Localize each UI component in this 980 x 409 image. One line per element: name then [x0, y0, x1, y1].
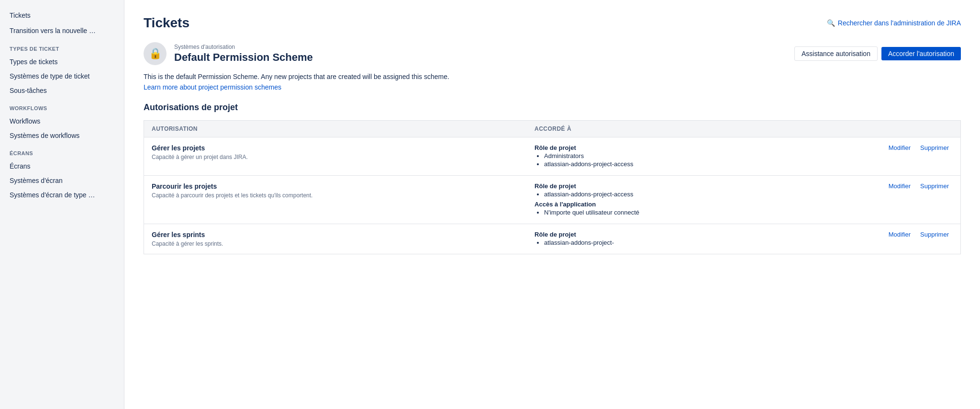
search-admin-label: Rechercher dans l'administration de JIRA	[838, 19, 961, 27]
sidebar-item-tickets[interactable]: Tickets	[0, 8, 124, 23]
supprimer-link[interactable]: Supprimer	[920, 231, 949, 238]
table-row: Parcourir les projetsCapacité à parcouri…	[144, 176, 961, 224]
sidebar-item-types-de-tickets[interactable]: Types de tickets	[0, 55, 124, 69]
granted-label: Rôle de projet	[535, 182, 780, 190]
perm-actions-cell: ModifierSupprimer	[788, 224, 961, 254]
modifier-link[interactable]: Modifier	[889, 231, 911, 238]
granted-list: N'importe quel utilisateur connecté	[535, 209, 780, 216]
sidebar-item-systemes-decran-de-type[interactable]: Systèmes d'écran de type …	[0, 188, 124, 202]
perm-desc: Capacité à parcourir des projets et les …	[152, 192, 519, 199]
description-block: This is the default Permission Scheme. A…	[144, 73, 961, 91]
search-admin-link[interactable]: 🔍 Rechercher dans l'administration de JI…	[827, 19, 961, 27]
scheme-info: Systèmes d'autorisation Default Permissi…	[174, 44, 313, 64]
sidebar-item-workflows[interactable]: Workflows	[0, 114, 124, 128]
main-content: Tickets 🔍 Rechercher dans l'administrati…	[124, 0, 980, 409]
perm-desc: Capacité à gérer un projet dans JIRA.	[152, 154, 519, 160]
sidebar-item-sous-taches[interactable]: Sous-tâches	[0, 83, 124, 98]
learn-more-link[interactable]: Learn more about project permission sche…	[144, 83, 281, 91]
perm-actions-cell: ModifierSupprimer	[788, 176, 961, 224]
granted-label: Rôle de projet	[535, 144, 780, 151]
perm-granted-cell: Rôle de projetAdministratorsatlassian-ad…	[527, 137, 788, 176]
accorder-autorisation-button[interactable]: Accorder l'autorisation	[881, 47, 961, 60]
granted-list: atlassian-addons-project-	[535, 239, 780, 246]
sidebar-item-systemes-de-type-de-ticket[interactable]: Systèmes de type de ticket	[0, 69, 124, 83]
granted-list-item: Administrators	[544, 152, 780, 159]
page-title: Tickets	[144, 15, 189, 31]
supprimer-link[interactable]: Supprimer	[920, 182, 949, 190]
granted-list-item: atlassian-addons-project-	[544, 239, 780, 246]
granted-list: Administratorsatlassian-addons-project-a…	[535, 152, 780, 168]
search-icon: 🔍	[827, 19, 835, 27]
scheme-description-text: This is the default Permission Scheme. A…	[144, 73, 961, 80]
perm-auth-cell: Parcourir les projetsCapacité à parcouri…	[144, 176, 527, 224]
supprimer-link[interactable]: Supprimer	[920, 144, 949, 151]
perm-granted-cell: Rôle de projetatlassian-addons-project-a…	[527, 176, 788, 224]
scheme-header: 🔒 Systèmes d'autorisation Default Permis…	[144, 42, 961, 65]
scheme-actions: Assistance autorisation Accorder l'autor…	[794, 46, 961, 61]
top-bar: Tickets 🔍 Rechercher dans l'administrati…	[144, 15, 961, 31]
assistance-autorisation-button[interactable]: Assistance autorisation	[794, 46, 878, 61]
section-heading: Autorisations de projet	[144, 102, 961, 113]
sidebar-item-transition[interactable]: Transition vers la nouvelle …	[0, 23, 124, 38]
sidebar-item-systemes-de-workflows[interactable]: Systèmes de workflows	[0, 128, 124, 143]
sidebar-item-systemes-decran[interactable]: Systèmes d'écran	[0, 173, 124, 188]
granted-list: atlassian-addons-project-access	[535, 191, 780, 198]
perm-name: Gérer les projets	[152, 144, 519, 152]
table-row: Gérer les projetsCapacité à gérer un pro…	[144, 137, 961, 176]
granted-list-item: N'importe quel utilisateur connecté	[544, 209, 780, 216]
perm-name: Parcourir les projets	[152, 182, 519, 190]
granted-label: Accès à l'application	[535, 201, 780, 208]
sidebar-section-workflows: WORKFLOWS	[0, 98, 124, 114]
col-autorisation: Autorisation	[144, 121, 527, 137]
sidebar-section-types-de-ticket: TYPES DE TICKET	[0, 38, 124, 55]
granted-label: Rôle de projet	[535, 231, 780, 238]
perm-name: Gérer les sprints	[152, 231, 519, 239]
table-header-row: Autorisation Accordé à	[144, 121, 961, 137]
scheme-type-label: Systèmes d'autorisation	[174, 44, 313, 50]
perm-actions-container: ModifierSupprimer	[795, 231, 953, 238]
scheme-icon: 🔒	[144, 42, 167, 65]
sidebar-section-ecrans: ÉCRANS	[0, 143, 124, 159]
perm-granted-cell: Rôle de projetatlassian-addons-project-	[527, 224, 788, 254]
perm-auth-cell: Gérer les sprintsCapacité à gérer les sp…	[144, 224, 527, 254]
col-accorde: Accordé à	[527, 121, 788, 137]
perm-actions-cell: ModifierSupprimer	[788, 137, 961, 176]
table-row: Gérer les sprintsCapacité à gérer les sp…	[144, 224, 961, 254]
sidebar: Tickets Transition vers la nouvelle … TY…	[0, 0, 124, 409]
permissions-table: Autorisation Accordé à Gérer les projets…	[144, 120, 961, 254]
perm-actions-container: ModifierSupprimer	[795, 182, 953, 190]
granted-list-item: atlassian-addons-project-access	[544, 160, 780, 168]
modifier-link[interactable]: Modifier	[889, 144, 911, 151]
sidebar-item-ecrans[interactable]: Écrans	[0, 159, 124, 173]
col-actions-header	[788, 121, 961, 137]
perm-desc: Capacité à gérer les sprints.	[152, 240, 519, 247]
granted-list-item: atlassian-addons-project-access	[544, 191, 780, 198]
scheme-name: Default Permission Scheme	[174, 51, 313, 64]
modifier-link[interactable]: Modifier	[889, 182, 911, 190]
perm-actions-container: ModifierSupprimer	[795, 144, 953, 151]
perm-auth-cell: Gérer les projetsCapacité à gérer un pro…	[144, 137, 527, 176]
